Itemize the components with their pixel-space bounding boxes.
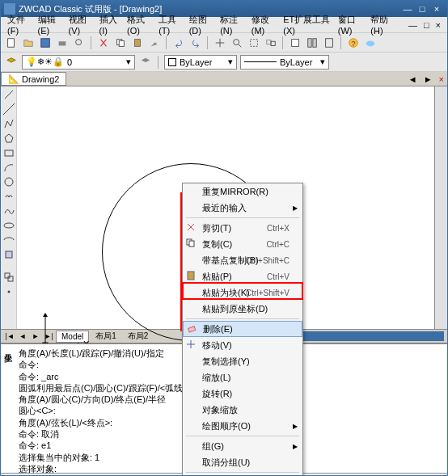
context-menu-item[interactable]: 带基点复制(B)Ctrl+Shift+C xyxy=(183,252,302,268)
context-menu-label: 粘贴到原坐标(D) xyxy=(202,303,268,315)
make-block-icon[interactable] xyxy=(2,271,15,284)
svg-rect-21 xyxy=(5,150,13,156)
horizontal-scrollbar[interactable] xyxy=(298,331,444,341)
menu-edit[interactable]: 编辑(E) xyxy=(35,12,66,37)
tab-prev[interactable]: ◄ xyxy=(17,332,28,340)
context-menu-label: 复制(C) xyxy=(202,238,232,251)
document-tab-drawing2[interactable]: 📐 Drawing2 xyxy=(1,72,66,86)
match-icon[interactable] xyxy=(147,36,162,50)
menu-format[interactable]: 格式(O) xyxy=(124,12,155,37)
point-icon[interactable] xyxy=(2,285,15,298)
svg-point-23 xyxy=(4,223,14,228)
context-menu-item[interactable]: 剪切(T)Ctrl+X xyxy=(183,220,302,236)
menu-file[interactable]: 文件(F) xyxy=(4,12,35,37)
context-menu-item[interactable]: 对象缩放 xyxy=(183,402,302,418)
svg-rect-24 xyxy=(6,251,12,258)
paste-icon[interactable] xyxy=(130,36,145,50)
context-menu-item[interactable]: 删除(E) xyxy=(183,321,302,337)
close-button[interactable]: × xyxy=(429,3,444,15)
pline-icon[interactable] xyxy=(2,117,15,130)
context-menu-item[interactable]: 重复MIRROR(R) xyxy=(183,183,302,200)
spline-icon[interactable] xyxy=(2,204,15,217)
context-menu-item[interactable]: 粘贴(P)Ctrl+V xyxy=(183,268,302,284)
save-icon[interactable] xyxy=(38,36,53,50)
context-menu-item[interactable]: 复制(C)Ctrl+C xyxy=(183,236,302,252)
tab-nav-right[interactable]: ► xyxy=(421,74,436,84)
context-menu-item[interactable]: 取消分组(U) xyxy=(183,454,302,470)
context-menu-label: 缩放(L) xyxy=(202,372,230,384)
context-menu-label: 复制选择(Y) xyxy=(202,356,250,368)
menu-draw[interactable]: 绘图(D) xyxy=(186,12,218,37)
layout2-tab[interactable]: 布局2 xyxy=(123,330,154,343)
print-icon[interactable] xyxy=(55,36,70,50)
zoom-prev-icon[interactable] xyxy=(264,36,278,50)
linetype-dropdown[interactable]: ByLayer▾ xyxy=(240,55,329,70)
menu-modify[interactable]: 修改(M) xyxy=(248,12,281,37)
redo-icon[interactable] xyxy=(188,36,203,50)
polygon-icon[interactable] xyxy=(2,132,15,145)
rectangle-icon[interactable] xyxy=(2,146,15,159)
help-icon[interactable]: ? xyxy=(346,36,361,50)
tab-next[interactable]: ► xyxy=(30,332,41,340)
layer-dropdown[interactable]: 💡❄☀🔒 0 ▾ xyxy=(22,55,135,70)
xline-icon[interactable] xyxy=(2,103,15,116)
doc-minimize-button[interactable]: — xyxy=(405,19,421,32)
context-menu-item[interactable]: 最近的输入▶ xyxy=(183,200,302,216)
ellipse-icon[interactable] xyxy=(2,219,15,232)
circle-icon[interactable] xyxy=(2,175,15,188)
tab-first[interactable]: |◄ xyxy=(4,332,15,340)
svg-rect-14 xyxy=(326,38,333,47)
cut-icon[interactable] xyxy=(96,36,111,50)
svg-point-22 xyxy=(5,178,13,186)
maximize-button[interactable]: □ xyxy=(415,3,429,15)
menu-tools[interactable]: 工具(T) xyxy=(155,12,186,37)
svg-rect-8 xyxy=(251,39,258,46)
ellipse-arc-icon[interactable] xyxy=(2,234,15,246)
new-icon[interactable] xyxy=(4,36,19,50)
tab-close[interactable]: × xyxy=(436,74,447,84)
arc-icon[interactable] xyxy=(2,161,15,174)
pan-icon[interactable] xyxy=(213,36,227,50)
context-menu-item[interactable]: 组(G)▶ xyxy=(183,438,302,454)
revcloud-icon[interactable] xyxy=(2,190,15,203)
line-icon[interactable] xyxy=(2,88,15,101)
tab-nav-left[interactable]: ◄ xyxy=(405,74,421,84)
menu-help[interactable]: 帮助(H) xyxy=(367,12,399,37)
layer-manager-icon[interactable] xyxy=(4,55,19,70)
layout1-tab[interactable]: 布局1 xyxy=(91,330,121,343)
zoom-window-icon[interactable] xyxy=(247,36,261,50)
cloud-icon[interactable] xyxy=(363,36,378,50)
context-menu-item[interactable]: 旋转(R) xyxy=(183,385,302,402)
context-menu-separator xyxy=(186,472,299,473)
context-menu-item[interactable]: 粘贴为块(K)Ctrl+Shift+V xyxy=(183,284,302,301)
menu-view[interactable]: 视图(V) xyxy=(66,12,96,37)
context-menu-separator xyxy=(186,436,299,436)
vertical-scrollbar[interactable] xyxy=(434,86,447,329)
design-center-icon[interactable] xyxy=(305,36,319,50)
properties-icon[interactable] xyxy=(288,36,302,50)
menu-dimension[interactable]: 标注(N) xyxy=(217,12,248,37)
layer-prev-icon[interactable] xyxy=(138,55,153,70)
undo-icon[interactable] xyxy=(171,36,186,50)
doc-close-button[interactable]: × xyxy=(433,19,444,32)
menu-window[interactable]: 窗口(W) xyxy=(335,12,368,37)
submenu-arrow-icon: ▶ xyxy=(293,443,298,450)
context-menu-item[interactable]: 复制选择(Y) xyxy=(183,353,302,369)
context-menu-item[interactable]: 粘贴到原坐标(D) xyxy=(183,301,302,317)
copy-icon[interactable] xyxy=(113,36,128,50)
menu-et[interactable]: ET扩展工具(X) xyxy=(280,12,335,37)
menu-insert[interactable]: 插入(I) xyxy=(96,12,125,37)
context-menu-label: 粘贴为块(K) xyxy=(202,287,250,299)
context-menu-item[interactable]: 缩放(L) xyxy=(183,369,302,385)
minimize-button[interactable]: — xyxy=(400,3,415,15)
doc-restore-button[interactable]: □ xyxy=(421,19,433,32)
insert-block-icon[interactable] xyxy=(2,248,15,261)
open-icon[interactable] xyxy=(21,36,36,50)
context-menu-item[interactable]: 绘图顺序(O)▶ xyxy=(183,418,302,434)
layer-state-icons: 💡❄☀🔒 xyxy=(26,57,64,67)
color-dropdown[interactable]: ByLayer▾ xyxy=(164,55,237,70)
preview-icon[interactable] xyxy=(72,36,87,50)
context-menu-item[interactable]: 移动(V) xyxy=(183,337,302,353)
zoom-icon[interactable] xyxy=(230,36,244,50)
tool-palettes-icon[interactable] xyxy=(322,36,336,50)
